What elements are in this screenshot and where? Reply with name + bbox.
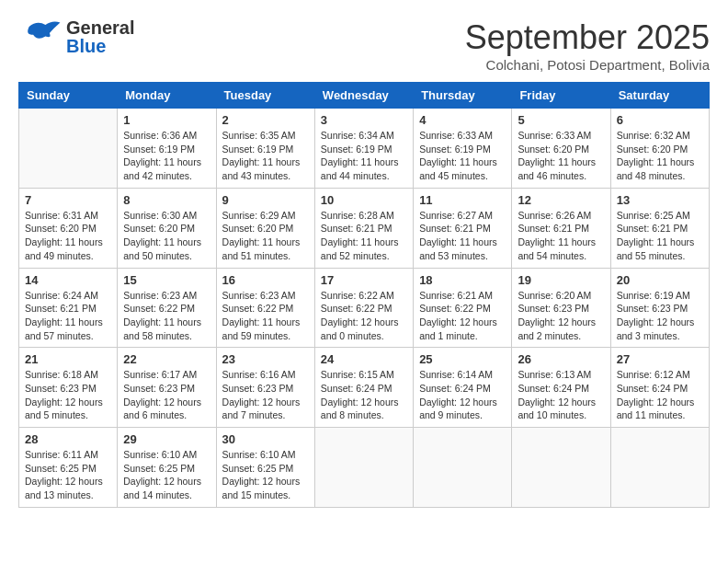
title-block: September 2025 Colchani, Potosi Departme… <box>465 18 710 73</box>
day-info: Sunrise: 6:33 AMSunset: 6:20 PMDaylight:… <box>518 129 604 183</box>
calendar-cell <box>19 109 118 189</box>
day-info: Sunrise: 6:19 AMSunset: 6:23 PMDaylight:… <box>617 289 703 343</box>
day-number: 11 <box>419 193 506 207</box>
day-number: 26 <box>518 352 604 366</box>
day-info: Sunrise: 6:17 AMSunset: 6:23 PMDaylight:… <box>123 368 210 422</box>
day-number: 17 <box>321 273 407 287</box>
day-number: 30 <box>222 432 309 446</box>
day-header-friday: Friday <box>512 83 610 109</box>
calendar-cell: 1Sunrise: 6:36 AMSunset: 6:19 PMDaylight… <box>118 109 216 189</box>
calendar-cell: 12Sunrise: 6:26 AMSunset: 6:21 PMDayligh… <box>512 188 610 268</box>
day-number: 1 <box>123 113 210 127</box>
day-info: Sunrise: 6:18 AMSunset: 6:23 PMDaylight:… <box>25 368 111 422</box>
day-info: Sunrise: 6:31 AMSunset: 6:20 PMDaylight:… <box>25 209 111 263</box>
calendar-cell: 21Sunrise: 6:18 AMSunset: 6:23 PMDayligh… <box>19 348 118 428</box>
calendar-cell: 3Sunrise: 6:34 AMSunset: 6:19 PMDaylight… <box>314 109 413 189</box>
calendar-cell: 22Sunrise: 6:17 AMSunset: 6:23 PMDayligh… <box>118 348 216 428</box>
calendar-cell: 5Sunrise: 6:33 AMSunset: 6:20 PMDaylight… <box>512 109 610 189</box>
day-number: 2 <box>222 113 309 127</box>
calendar-cell: 26Sunrise: 6:13 AMSunset: 6:24 PMDayligh… <box>512 348 610 428</box>
calendar-table: SundayMondayTuesdayWednesdayThursdayFrid… <box>18 82 710 508</box>
day-number: 27 <box>617 352 703 366</box>
day-header-wednesday: Wednesday <box>314 83 413 109</box>
calendar-cell: 8Sunrise: 6:30 AMSunset: 6:20 PMDaylight… <box>118 188 216 268</box>
calendar-cell: 14Sunrise: 6:24 AMSunset: 6:21 PMDayligh… <box>19 268 118 348</box>
day-info: Sunrise: 6:22 AMSunset: 6:22 PMDaylight:… <box>321 289 407 343</box>
day-info: Sunrise: 6:33 AMSunset: 6:19 PMDaylight:… <box>419 129 506 183</box>
day-info: Sunrise: 6:27 AMSunset: 6:21 PMDaylight:… <box>419 209 506 263</box>
calendar-cell: 27Sunrise: 6:12 AMSunset: 6:24 PMDayligh… <box>610 348 709 428</box>
day-number: 19 <box>518 273 604 287</box>
calendar-cell: 17Sunrise: 6:22 AMSunset: 6:22 PMDayligh… <box>314 268 413 348</box>
calendar-cell: 29Sunrise: 6:10 AMSunset: 6:25 PMDayligh… <box>118 428 216 508</box>
day-info: Sunrise: 6:28 AMSunset: 6:21 PMDaylight:… <box>321 209 407 263</box>
day-header-thursday: Thursday <box>414 83 512 109</box>
day-number: 23 <box>222 352 309 366</box>
day-number: 13 <box>617 193 703 207</box>
day-number: 8 <box>123 193 210 207</box>
week-row-2: 7Sunrise: 6:31 AMSunset: 6:20 PMDaylight… <box>19 188 710 268</box>
day-info: Sunrise: 6:16 AMSunset: 6:23 PMDaylight:… <box>222 368 309 422</box>
location-title: Colchani, Potosi Department, Bolivia <box>465 57 710 73</box>
calendar-cell <box>414 428 512 508</box>
calendar-cell: 2Sunrise: 6:35 AMSunset: 6:19 PMDaylight… <box>216 109 314 189</box>
calendar-cell: 25Sunrise: 6:14 AMSunset: 6:24 PMDayligh… <box>414 348 512 428</box>
day-info: Sunrise: 6:24 AMSunset: 6:21 PMDaylight:… <box>25 289 111 343</box>
day-number: 20 <box>617 273 703 287</box>
calendar-cell: 7Sunrise: 6:31 AMSunset: 6:20 PMDaylight… <box>19 188 118 268</box>
calendar-cell: 20Sunrise: 6:19 AMSunset: 6:23 PMDayligh… <box>610 268 709 348</box>
day-info: Sunrise: 6:13 AMSunset: 6:24 PMDaylight:… <box>518 368 604 422</box>
week-row-5: 28Sunrise: 6:11 AMSunset: 6:25 PMDayligh… <box>19 428 710 508</box>
month-title: September 2025 <box>465 18 710 57</box>
calendar-header: SundayMondayTuesdayWednesdayThursdayFrid… <box>19 83 710 109</box>
day-header-tuesday: Tuesday <box>216 83 314 109</box>
calendar-cell: 23Sunrise: 6:16 AMSunset: 6:23 PMDayligh… <box>216 348 314 428</box>
header-row: SundayMondayTuesdayWednesdayThursdayFrid… <box>19 83 710 109</box>
calendar-cell: 24Sunrise: 6:15 AMSunset: 6:24 PMDayligh… <box>314 348 413 428</box>
calendar-cell: 13Sunrise: 6:25 AMSunset: 6:21 PMDayligh… <box>610 188 709 268</box>
calendar-cell: 11Sunrise: 6:27 AMSunset: 6:21 PMDayligh… <box>414 188 512 268</box>
logo-general: General <box>66 18 134 37</box>
day-info: Sunrise: 6:34 AMSunset: 6:19 PMDaylight:… <box>321 129 407 183</box>
week-row-4: 21Sunrise: 6:18 AMSunset: 6:23 PMDayligh… <box>19 348 710 428</box>
day-info: Sunrise: 6:12 AMSunset: 6:24 PMDaylight:… <box>617 368 703 422</box>
day-info: Sunrise: 6:20 AMSunset: 6:23 PMDaylight:… <box>518 289 604 343</box>
day-number: 5 <box>518 113 604 127</box>
day-number: 4 <box>419 113 506 127</box>
calendar-cell: 30Sunrise: 6:10 AMSunset: 6:25 PMDayligh… <box>216 428 314 508</box>
calendar-cell <box>610 428 709 508</box>
day-number: 14 <box>25 273 111 287</box>
calendar-cell: 18Sunrise: 6:21 AMSunset: 6:22 PMDayligh… <box>414 268 512 348</box>
day-info: Sunrise: 6:32 AMSunset: 6:20 PMDaylight:… <box>617 129 703 183</box>
day-info: Sunrise: 6:26 AMSunset: 6:21 PMDaylight:… <box>518 209 604 263</box>
logo: General Blue <box>18 18 134 55</box>
day-number: 29 <box>123 432 210 446</box>
calendar-cell: 15Sunrise: 6:23 AMSunset: 6:22 PMDayligh… <box>118 268 216 348</box>
day-number: 3 <box>321 113 407 127</box>
calendar-body: 1Sunrise: 6:36 AMSunset: 6:19 PMDaylight… <box>19 109 710 508</box>
logo-icon <box>18 18 64 55</box>
day-number: 12 <box>518 193 604 207</box>
logo-blue: Blue <box>66 37 134 55</box>
day-info: Sunrise: 6:15 AMSunset: 6:24 PMDaylight:… <box>321 368 407 422</box>
day-info: Sunrise: 6:23 AMSunset: 6:22 PMDaylight:… <box>123 289 210 343</box>
day-number: 18 <box>419 273 506 287</box>
day-header-monday: Monday <box>118 83 216 109</box>
day-info: Sunrise: 6:23 AMSunset: 6:22 PMDaylight:… <box>222 289 309 343</box>
calendar-cell <box>512 428 610 508</box>
day-info: Sunrise: 6:11 AMSunset: 6:25 PMDaylight:… <box>25 448 111 502</box>
day-info: Sunrise: 6:10 AMSunset: 6:25 PMDaylight:… <box>222 448 309 502</box>
day-info: Sunrise: 6:25 AMSunset: 6:21 PMDaylight:… <box>617 209 703 263</box>
day-number: 10 <box>321 193 407 207</box>
day-header-saturday: Saturday <box>610 83 709 109</box>
calendar-cell: 6Sunrise: 6:32 AMSunset: 6:20 PMDaylight… <box>610 109 709 189</box>
calendar-cell: 10Sunrise: 6:28 AMSunset: 6:21 PMDayligh… <box>314 188 413 268</box>
day-number: 7 <box>25 193 111 207</box>
calendar-cell: 16Sunrise: 6:23 AMSunset: 6:22 PMDayligh… <box>216 268 314 348</box>
calendar-cell <box>314 428 413 508</box>
day-info: Sunrise: 6:14 AMSunset: 6:24 PMDaylight:… <box>419 368 506 422</box>
day-number: 24 <box>321 352 407 366</box>
day-number: 9 <box>222 193 309 207</box>
day-info: Sunrise: 6:36 AMSunset: 6:19 PMDaylight:… <box>123 129 210 183</box>
day-number: 21 <box>25 352 111 366</box>
